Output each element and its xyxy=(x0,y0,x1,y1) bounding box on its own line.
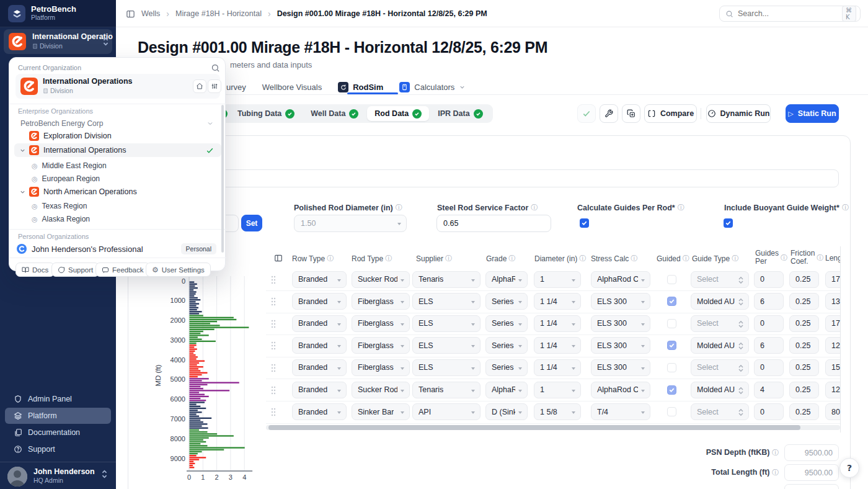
row_type-select[interactable]: Branded xyxy=(292,293,347,310)
rod_type-select[interactable]: Sinker Bar xyxy=(352,403,410,420)
compare-button[interactable]: Compare xyxy=(644,104,697,123)
guided-checkbox[interactable] xyxy=(667,275,676,284)
drag-handle-icon[interactable] xyxy=(271,364,276,372)
column-header-length[interactable]: Leng xyxy=(825,254,840,262)
length-input[interactable]: 170 xyxy=(825,271,840,288)
search-input[interactable] xyxy=(738,9,838,18)
sidebar-item-support[interactable]: Support xyxy=(5,441,111,457)
guided-checkbox[interactable] xyxy=(667,407,676,416)
buoyant-weight-checkbox[interactable] xyxy=(724,218,733,228)
guides_per-input[interactable]: 0 xyxy=(754,403,784,420)
stress_calc-select[interactable]: ELS 300 xyxy=(591,315,650,332)
popover-docs-button[interactable]: Docs xyxy=(16,262,55,277)
stress_calc-select[interactable]: ELS 300 xyxy=(591,337,650,354)
column-header-guide_type[interactable]: Guide Typeⓘ xyxy=(692,254,738,263)
region-tree-item[interactable]: ◎Texas Region xyxy=(14,199,221,213)
drag-handle-icon[interactable] xyxy=(271,408,276,416)
static-run-button[interactable]: ▷Static Run xyxy=(786,104,839,123)
drag-handle-icon[interactable] xyxy=(271,297,276,306)
guide_type-stepper[interactable]: Select xyxy=(691,271,749,288)
org-tree-item[interactable]: International Operations xyxy=(14,143,221,157)
stress_calc-select[interactable]: ELS 300 xyxy=(591,293,650,310)
length-input[interactable]: 135 xyxy=(825,293,840,310)
chevron-down-icon[interactable] xyxy=(19,189,26,195)
friction-input[interactable]: 0.25 xyxy=(789,293,819,310)
stress_calc-select[interactable]: AlphaRod CS xyxy=(591,271,650,288)
column-header-guided[interactable]: Guidedⓘ xyxy=(657,254,689,263)
tab-rodsim[interactable]: RodSim xyxy=(338,82,383,92)
drag-handle-icon[interactable] xyxy=(271,320,276,328)
grade-select[interactable]: Series 3 xyxy=(485,337,528,354)
guided-checkbox[interactable] xyxy=(667,385,676,395)
data-tab-rod-data[interactable]: Rod Data xyxy=(367,106,429,121)
guides_per-input[interactable]: 4 xyxy=(754,382,784,398)
rodstring-description-input[interactable] xyxy=(143,169,839,187)
length-input[interactable]: 125 xyxy=(825,337,840,354)
guide_type-stepper[interactable]: Select xyxy=(691,315,749,332)
enterprise-parent[interactable]: PetroBench Energy Corp xyxy=(20,119,103,128)
supplier-select[interactable]: ELS xyxy=(412,293,480,310)
grade-select[interactable]: AlphaRo xyxy=(485,271,528,288)
guides_per-input[interactable]: 0 xyxy=(754,359,784,376)
current-org-row[interactable]: International Operations Division xyxy=(16,74,220,99)
validated-button[interactable] xyxy=(577,104,596,123)
dynamic-run-button[interactable]: Dynamic Run xyxy=(706,104,771,123)
data-tab-tubing-data[interactable]: Tubing Data xyxy=(230,106,302,121)
guide_type-stepper[interactable]: Molded AU xyxy=(691,293,749,310)
drag-handle-icon[interactable] xyxy=(271,386,276,395)
home-button[interactable] xyxy=(193,79,206,93)
guides_per-input[interactable]: 6 xyxy=(754,337,784,354)
drag-handle-icon[interactable] xyxy=(271,341,276,350)
grade-select[interactable]: Series 3 xyxy=(485,315,528,332)
friction-input[interactable]: 0.25 xyxy=(789,403,819,420)
sidebar-item-admin-panel[interactable]: Admin Panel xyxy=(5,391,111,407)
breadcrumb-well[interactable]: Mirage #18H - Horizontal xyxy=(175,9,262,18)
column-header-guides_per[interactable]: GuidesPerⓘ xyxy=(755,249,787,266)
column-header-rod_type[interactable]: Rod Typeⓘ xyxy=(352,254,392,263)
region-tree-item[interactable]: ◎Middle East Region xyxy=(14,159,221,173)
guided-checkbox[interactable] xyxy=(667,341,676,350)
calc-guides-checkbox[interactable] xyxy=(580,218,589,228)
column-header-diameter[interactable]: Diameter (in)ⓘ xyxy=(534,254,586,263)
length-input[interactable]: 120 xyxy=(825,382,840,398)
wrench-button[interactable] xyxy=(600,104,618,123)
supplier-select[interactable]: Tenaris xyxy=(412,271,480,288)
column-header-row_type[interactable]: Row Typeⓘ xyxy=(292,254,334,263)
friction-input[interactable]: 0.25 xyxy=(789,315,819,332)
guide_type-stepper[interactable]: Molded AU xyxy=(691,382,749,398)
sidebar-item-platform[interactable]: Platform xyxy=(5,408,111,424)
guide_type-stepper[interactable]: Molded AU xyxy=(691,337,749,354)
length-input[interactable]: 150 xyxy=(825,359,840,376)
column-header-friction[interactable]: FrictionCoef.ⓘ xyxy=(790,249,823,266)
polished-rod-select[interactable]: 1.50 xyxy=(294,215,407,232)
friction-input[interactable]: 0.25 xyxy=(789,337,819,354)
duplicate-button[interactable] xyxy=(622,104,640,123)
grade-select[interactable]: Series 3 xyxy=(485,359,528,376)
rod_type-select[interactable]: Sucker Rod xyxy=(352,382,410,398)
tab-urvey[interactable]: urvey xyxy=(226,83,246,92)
service-factor-input[interactable]: 0.65 xyxy=(436,215,551,232)
grade-select[interactable]: AlphaRo xyxy=(485,382,528,398)
sliders-button[interactable] xyxy=(208,79,221,93)
breadcrumb-wells[interactable]: Wells xyxy=(141,9,160,18)
friction-input[interactable]: 0.25 xyxy=(789,359,819,376)
diameter-select[interactable]: 1 xyxy=(534,382,581,398)
drag-handle-icon[interactable] xyxy=(271,276,276,284)
guide_type-stepper[interactable]: Select xyxy=(691,403,749,420)
column-header-supplier[interactable]: Supplierⓘ xyxy=(416,254,452,263)
popover-user-settings-button[interactable]: ⚙User Settings xyxy=(146,262,211,277)
psn-depth-input[interactable]: 9500.00 xyxy=(784,444,839,461)
total-length-input[interactable]: 9500.00 xyxy=(784,464,839,481)
diameter-select[interactable]: 1 1/4 xyxy=(534,293,581,310)
friction-input[interactable]: 0.25 xyxy=(789,382,819,398)
data-tab-well-data[interactable]: Well Data xyxy=(303,106,366,121)
chevron-down-icon[interactable] xyxy=(19,147,26,154)
popover-support-button[interactable]: Support xyxy=(51,262,99,277)
rod_type-select[interactable]: Fiberglass xyxy=(352,293,410,310)
column-header-stress_calc[interactable]: Stress Calcⓘ xyxy=(591,254,637,263)
data-tab-ipr-data[interactable]: IPR Data xyxy=(430,106,490,121)
diameter-select[interactable]: 1 1/4 xyxy=(534,359,581,376)
supplier-select[interactable]: ELS xyxy=(412,337,480,354)
region-tree-item[interactable]: ◎European Region xyxy=(14,172,221,186)
row_type-select[interactable]: Branded xyxy=(292,271,347,288)
